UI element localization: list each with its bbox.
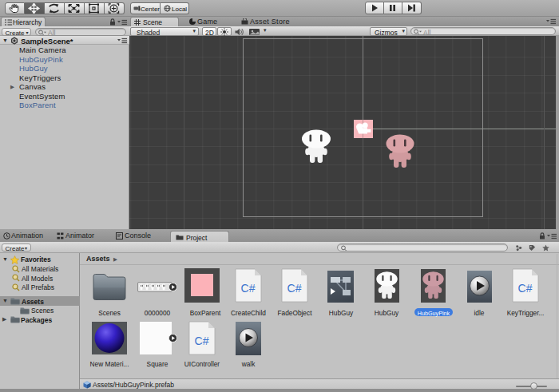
svg-text:C#: C# (241, 282, 256, 295)
svg-text:C#: C# (518, 282, 533, 295)
svg-text:C#: C# (195, 335, 209, 347)
svg-text:C#: C# (287, 282, 302, 295)
